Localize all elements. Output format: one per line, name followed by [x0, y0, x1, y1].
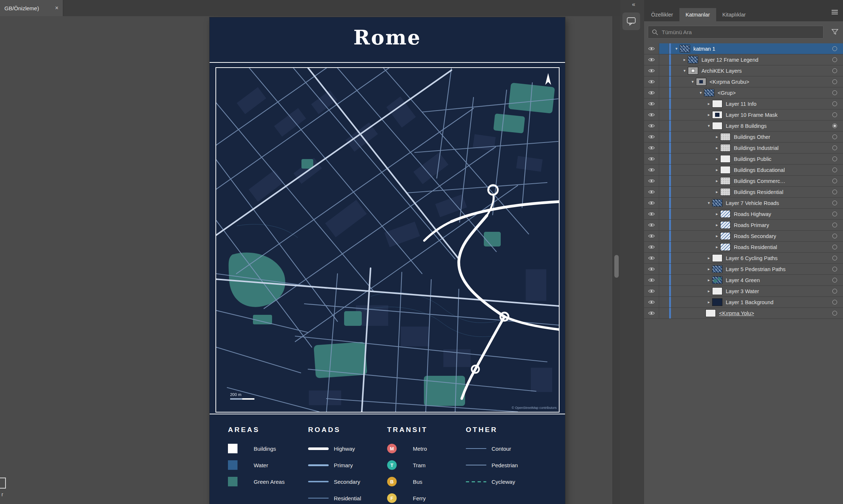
- visibility-toggle[interactable]: [644, 109, 659, 120]
- layer-row-main[interactable]: ▸ Buildings Other: [659, 132, 843, 142]
- layer-thumbnail[interactable]: [712, 265, 722, 273]
- expand-chevron-icon[interactable]: ▸: [714, 234, 720, 238]
- visibility-toggle[interactable]: [644, 187, 659, 197]
- lock-cell[interactable]: [659, 308, 669, 318]
- layer-row-main[interactable]: ▾ katman 1: [659, 43, 843, 54]
- layer-row-main[interactable]: ▸ Buildings Educational: [659, 165, 843, 175]
- layer-name[interactable]: ArchiKEK Layers: [701, 68, 742, 74]
- visibility-toggle[interactable]: [644, 253, 659, 263]
- layer-row[interactable]: ▸ Layer 12 Frame Legend: [644, 54, 843, 65]
- layer-name[interactable]: Layer 3 Water: [726, 288, 759, 294]
- layer-name[interactable]: <Kırpma Yolu>: [719, 310, 754, 316]
- lock-cell[interactable]: [659, 43, 669, 54]
- target-circle-icon[interactable]: [832, 68, 837, 73]
- layer-row-main[interactable]: ▾ <Grup>: [659, 87, 843, 98]
- expand-chevron-icon[interactable]: ▸: [706, 300, 712, 305]
- visibility-toggle[interactable]: [644, 176, 659, 186]
- collapse-panels-icon[interactable]: «: [632, 1, 635, 8]
- lock-cell[interactable]: [659, 253, 669, 263]
- layer-row-main[interactable]: ▸ Layer 12 Frame Legend: [659, 54, 843, 65]
- lock-cell[interactable]: [659, 264, 669, 274]
- expand-chevron-icon[interactable]: ▸: [714, 134, 720, 139]
- visibility-toggle[interactable]: [644, 54, 659, 65]
- layer-row[interactable]: ▸ Roads Residential: [644, 242, 843, 253]
- layer-row-main[interactable]: ▸ Layer 11 Info: [659, 98, 843, 109]
- expand-chevron-icon[interactable]: ▸: [714, 145, 720, 150]
- layer-name[interactable]: Layer 1 Background: [726, 299, 774, 305]
- visibility-toggle[interactable]: [644, 43, 659, 54]
- layer-row[interactable]: ▾ <Grup>: [644, 87, 843, 98]
- visibility-toggle[interactable]: [644, 264, 659, 274]
- layer-row-main[interactable]: ▸ Roads Highway: [659, 209, 843, 219]
- lock-cell[interactable]: [659, 297, 669, 307]
- layer-row[interactable]: ▾ katman 1: [644, 43, 843, 54]
- target-circle-icon[interactable]: [832, 267, 837, 271]
- artboard-poster[interactable]: Rome: [210, 17, 565, 504]
- layer-name[interactable]: Layer 12 Frame Legend: [701, 57, 758, 63]
- layer-name[interactable]: <Kırpma Grubu>: [710, 79, 749, 85]
- visibility-toggle[interactable]: [644, 286, 659, 296]
- target-circle-icon[interactable]: [832, 168, 837, 172]
- canvas-vertical-scrollbar[interactable]: [612, 16, 620, 504]
- toolbar-fragment-swatch[interactable]: [0, 478, 6, 489]
- layer-name[interactable]: Layer 8 Buildings: [726, 123, 767, 129]
- lock-cell[interactable]: [659, 143, 669, 153]
- layer-thumbnail[interactable]: [688, 56, 698, 64]
- panel-tab[interactable]: Katmanlar: [679, 8, 716, 21]
- layer-thumbnail[interactable]: [720, 133, 731, 141]
- scrollbar-thumb[interactable]: [614, 255, 619, 278]
- layer-row-main[interactable]: ▾ Layer 7 Vehicle Roads: [659, 198, 843, 208]
- target-circle-icon[interactable]: [832, 278, 837, 282]
- layer-name[interactable]: Buildings Other: [734, 134, 770, 140]
- visibility-toggle[interactable]: [644, 297, 659, 307]
- layer-row-main[interactable]: ▸ Roads Secondary: [659, 231, 843, 241]
- expand-chevron-icon[interactable]: ▾: [706, 123, 712, 128]
- lock-cell[interactable]: [659, 76, 669, 87]
- layer-row[interactable]: ▾ Layer 7 Vehicle Roads: [644, 198, 843, 209]
- visibility-toggle[interactable]: [644, 65, 659, 76]
- lock-cell[interactable]: [659, 187, 669, 197]
- layer-row-main[interactable]: ▸ Roads Residential: [659, 242, 843, 252]
- visibility-toggle[interactable]: [644, 143, 659, 153]
- target-circle-icon[interactable]: [832, 223, 837, 227]
- layer-name[interactable]: Buildings Public: [734, 156, 771, 162]
- target-circle-icon[interactable]: [832, 289, 837, 294]
- layer-name[interactable]: Buildings Commerc…: [734, 178, 785, 184]
- layer-row[interactable]: ▸ Buildings Commerc…: [644, 176, 843, 187]
- layer-row[interactable]: ▸ Layer 1 Background: [644, 297, 843, 308]
- target-circle-icon[interactable]: [832, 79, 837, 84]
- expand-chevron-icon[interactable]: ▸: [706, 101, 712, 106]
- layer-thumbnail[interactable]: [712, 122, 722, 130]
- layer-thumbnail[interactable]: [720, 166, 731, 174]
- visibility-toggle[interactable]: [644, 231, 659, 241]
- layer-thumbnail[interactable]: [706, 309, 716, 317]
- target-circle-icon[interactable]: [832, 134, 837, 139]
- expand-chevron-icon[interactable]: ▸: [681, 57, 688, 62]
- target-circle-icon[interactable]: [832, 245, 837, 249]
- layer-row[interactable]: ▾ <Kırpma Grubu>: [644, 76, 843, 87]
- expand-chevron-icon[interactable]: ▸: [714, 168, 720, 172]
- layer-row-main[interactable]: ▸ Layer 6 Cycling Paths: [659, 253, 843, 263]
- panel-menu-icon[interactable]: [832, 9, 838, 15]
- target-circle-icon[interactable]: [832, 112, 837, 117]
- target-circle-icon[interactable]: [832, 212, 837, 216]
- layer-row[interactable]: ▾ Layer 8 Buildings: [644, 120, 843, 132]
- lock-cell[interactable]: [659, 120, 669, 131]
- layer-thumbnail[interactable]: [720, 210, 731, 218]
- layer-row-main[interactable]: ▸ Buildings Public: [659, 154, 843, 164]
- layer-thumbnail[interactable]: [720, 221, 731, 229]
- layer-thumbnail[interactable]: [712, 199, 722, 207]
- target-circle-icon[interactable]: [832, 57, 837, 62]
- layer-name[interactable]: Layer 7 Vehicle Roads: [726, 200, 779, 206]
- expand-chevron-icon[interactable]: ▾: [706, 201, 712, 205]
- layer-name[interactable]: Layer 11 Info: [726, 101, 757, 107]
- expand-chevron-icon[interactable]: ▸: [714, 179, 720, 183]
- layer-thumbnail[interactable]: [712, 111, 722, 119]
- expand-chevron-icon[interactable]: ▸: [714, 156, 720, 161]
- layer-row-main[interactable]: ▸ Buildings Commerc…: [659, 176, 843, 186]
- target-circle-icon[interactable]: [832, 300, 837, 305]
- layer-row[interactable]: ▸ Layer 4 Green: [644, 275, 843, 286]
- canvas-area[interactable]: Rome: [0, 16, 612, 504]
- document-tab[interactable]: GB/Önizleme) ×: [0, 0, 63, 16]
- layer-row[interactable]: ▸ Buildings Public: [644, 154, 843, 165]
